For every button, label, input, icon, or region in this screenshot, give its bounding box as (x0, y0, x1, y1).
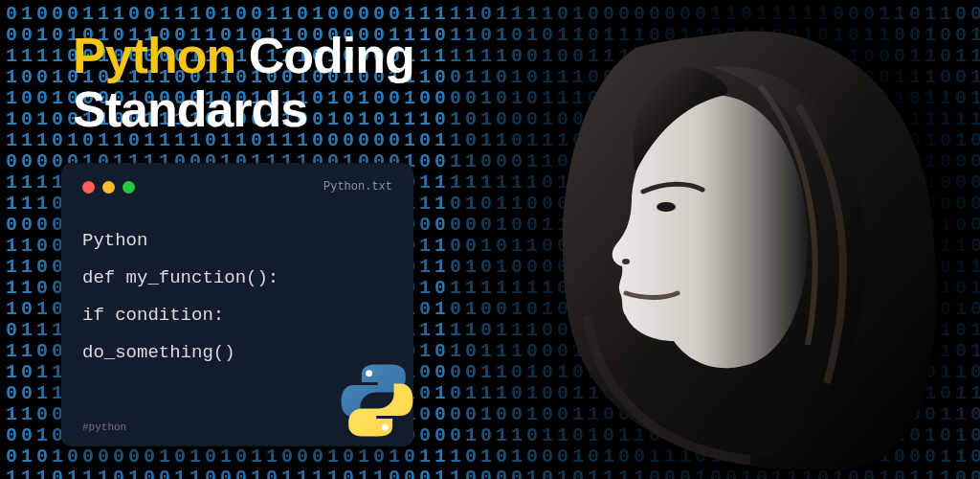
svg-point-1 (622, 259, 630, 264)
window-controls (82, 181, 135, 194)
card-header: Python.txt (82, 178, 392, 195)
python-logo-icon (337, 360, 417, 441)
headline-word-python: Python (73, 28, 235, 83)
page-title: Python Coding Standards (73, 29, 414, 136)
code-line-2: def my_function(): (82, 267, 278, 288)
svg-point-3 (382, 424, 389, 431)
minimize-icon[interactable] (102, 181, 115, 194)
code-snippet-card: Python.txt Python def my_function(): if … (61, 163, 413, 446)
headline-word-coding: Coding (249, 28, 414, 83)
svg-point-0 (657, 202, 676, 212)
filename-label: Python.txt (323, 180, 392, 194)
svg-point-2 (366, 370, 372, 376)
portrait-silhouette (521, 29, 942, 469)
code-line-3: if condition: (82, 305, 224, 326)
code-body: Python def my_function(): if condition: … (82, 222, 392, 372)
hashtag-label: #python (82, 422, 126, 433)
code-line-4: do_something() (82, 342, 235, 363)
close-icon[interactable] (82, 181, 95, 194)
headline-word-standards: Standards (73, 81, 307, 137)
code-line-1: Python (82, 230, 147, 251)
zoom-icon[interactable] (122, 181, 135, 194)
